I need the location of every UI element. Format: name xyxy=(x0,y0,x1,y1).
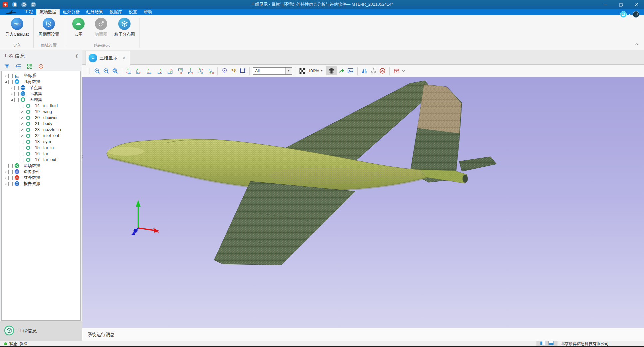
tree-expander-icon[interactable] xyxy=(10,98,14,102)
tree-expander-icon[interactable] xyxy=(4,182,8,186)
new-document-icon[interactable] xyxy=(12,2,17,7)
tree-checkbox[interactable] xyxy=(20,158,24,162)
tree-checkbox[interactable] xyxy=(8,170,13,174)
target-icon[interactable] xyxy=(37,63,45,70)
zoom-in-icon[interactable] xyxy=(93,66,102,75)
package-icon[interactable] xyxy=(392,66,401,75)
tree-item-17-far_out[interactable]: 17 - far_out xyxy=(2,157,80,163)
zoom-out-icon[interactable] xyxy=(102,66,111,75)
toolbar-drag-handle[interactable] xyxy=(87,68,90,74)
panel-splitter[interactable] xyxy=(81,153,83,160)
panel-collapse-icon[interactable]: ❮ xyxy=(75,53,79,58)
minimize-button[interactable] xyxy=(598,0,613,9)
tree-item--[interactable]: 红外数据 xyxy=(2,175,80,181)
tree-item-22-inlet_out[interactable]: 22 - inlet_out xyxy=(2,133,80,139)
tree-item-19-wing[interactable]: 19 - wing xyxy=(2,109,80,115)
view-right-icon[interactable]: zxY xyxy=(156,66,163,75)
tab-3d-view[interactable]: 三维显示 ✕ xyxy=(86,51,130,65)
style-switch-caret-icon[interactable]: ▼ xyxy=(628,13,631,16)
grid-toggle-icon[interactable] xyxy=(326,66,337,75)
tree-item--[interactable]: 流场数据 xyxy=(2,163,80,169)
view-trimetric-icon[interactable]: zxY xyxy=(207,66,215,75)
tree-item-16-far[interactable]: 16 - far xyxy=(2,151,80,157)
tree-item-15-far_in[interactable]: 15 - far_in xyxy=(2,145,80,151)
tree-checkbox[interactable] xyxy=(8,176,13,180)
layout-left-panel-icon[interactable] xyxy=(540,341,545,346)
periodic-face-button[interactable]: 周期面设置 xyxy=(37,18,61,37)
menu-tab-3[interactable]: 红外结果 xyxy=(83,9,106,15)
section-plane-button[interactable]: 切面图 xyxy=(90,18,112,37)
tree-checkbox[interactable] xyxy=(20,152,24,156)
outline-list-icon[interactable] xyxy=(14,63,22,70)
tree-item--[interactable]: 面域集 xyxy=(2,97,80,103)
tree-expander-icon[interactable] xyxy=(4,176,8,180)
tree-item--[interactable]: 边界条件 xyxy=(2,169,80,175)
tree-checkbox[interactable] xyxy=(20,110,24,114)
transparency-icon[interactable] xyxy=(298,66,307,75)
tab-close-icon[interactable]: ✕ xyxy=(123,56,126,60)
view-left-icon[interactable]: xzY xyxy=(145,66,153,75)
menu-tab-6[interactable]: 帮助 xyxy=(141,9,156,15)
menu-tab-2[interactable]: 红外分析 xyxy=(60,9,83,15)
view-top-icon[interactable]: zYx xyxy=(166,66,174,75)
menu-tab-1[interactable]: 流场数据 xyxy=(36,9,60,15)
chevron-down-icon[interactable]: ▼ xyxy=(285,68,292,74)
app-logo-icon[interactable] xyxy=(3,2,8,7)
undo-icon[interactable] xyxy=(21,2,27,7)
tree-expander-icon[interactable] xyxy=(4,170,8,174)
view-bottom-icon[interactable]: zYx xyxy=(176,66,184,75)
select-region-icon[interactable] xyxy=(238,66,247,75)
display-filter-select[interactable]: All ▼ xyxy=(253,67,292,75)
tree-expander-icon[interactable] xyxy=(10,92,14,96)
tree-checkbox[interactable] xyxy=(20,140,24,144)
system-message-panel[interactable]: 系统运行消息 xyxy=(82,328,644,341)
particle-distribution-button[interactable]: 粒子分布图 xyxy=(113,18,137,37)
tree-expander-icon[interactable] xyxy=(10,86,14,90)
tree-item--[interactable]: 几何数据 xyxy=(2,79,80,85)
orbit-icon[interactable] xyxy=(369,66,378,75)
import-cas-dat-button[interactable]: cas 导入Cas/Dat xyxy=(4,18,30,37)
probe-icon[interactable] xyxy=(220,66,229,75)
tree-checkbox[interactable] xyxy=(14,98,19,102)
style-switch-icon[interactable] xyxy=(620,11,627,18)
tree-item-20-chuiwei[interactable]: 20 - chuiwei xyxy=(2,115,80,121)
view-dimetric-icon[interactable]: Yxz xyxy=(197,66,205,75)
tree-expander-icon[interactable] xyxy=(4,80,8,84)
tree-item-18-sym[interactable]: 18 - sym xyxy=(2,139,80,145)
grid-view-icon[interactable] xyxy=(26,63,34,70)
tree-checkbox[interactable] xyxy=(20,128,24,132)
zoom-fit-icon[interactable] xyxy=(111,66,120,75)
delete-icon[interactable] xyxy=(378,66,387,75)
mirror-icon[interactable] xyxy=(360,66,369,75)
tree-checkbox[interactable] xyxy=(8,164,13,168)
export-arrow-icon[interactable] xyxy=(337,66,346,75)
layout-bottom-panel-icon[interactable] xyxy=(548,341,554,346)
snapshot-icon[interactable] xyxy=(346,66,355,75)
close-button[interactable] xyxy=(629,0,644,9)
project-info-footer[interactable]: 工程信息 xyxy=(0,321,82,341)
tree-item--[interactable]: 报告资源 xyxy=(2,181,80,187)
menu-tab-5[interactable]: 设置 xyxy=(126,9,141,15)
particles-icon[interactable] xyxy=(229,66,238,75)
tree-checkbox[interactable] xyxy=(14,92,19,96)
tree-checkbox[interactable] xyxy=(8,182,13,186)
view-front-icon[interactable]: xzY xyxy=(125,66,133,75)
cloud-map-button[interactable]: 云图 xyxy=(68,18,90,37)
tree-item-21-body[interactable]: 21 - body xyxy=(2,121,80,127)
tree-checkbox[interactable] xyxy=(20,116,24,120)
menu-tab-4[interactable]: 数据库 xyxy=(106,9,126,15)
tree-item-23-nozzle_in[interactable]: 23 - nozzle_in xyxy=(2,127,80,133)
tree-item--[interactable]: Yzx坐标系 xyxy=(2,73,80,79)
tree-checkbox[interactable] xyxy=(20,104,24,108)
view-isometric-icon[interactable]: Yzx xyxy=(186,66,194,75)
viewport-3d[interactable]: X xyxy=(82,77,644,328)
tree-checkbox[interactable] xyxy=(14,86,19,90)
menu-tab-0[interactable]: 工程 xyxy=(21,9,36,15)
help-manual-icon[interactable] xyxy=(633,11,639,18)
tree-item-14-int_fluid[interactable]: 14 - int_fluid xyxy=(2,103,80,109)
chevron-down-icon[interactable] xyxy=(401,66,406,75)
filter-icon[interactable] xyxy=(3,63,11,70)
tree-item--[interactable]: 节点集 xyxy=(2,85,80,91)
tree-expander-icon[interactable] xyxy=(4,74,8,78)
ribbon-collapse-icon[interactable] xyxy=(635,41,639,47)
